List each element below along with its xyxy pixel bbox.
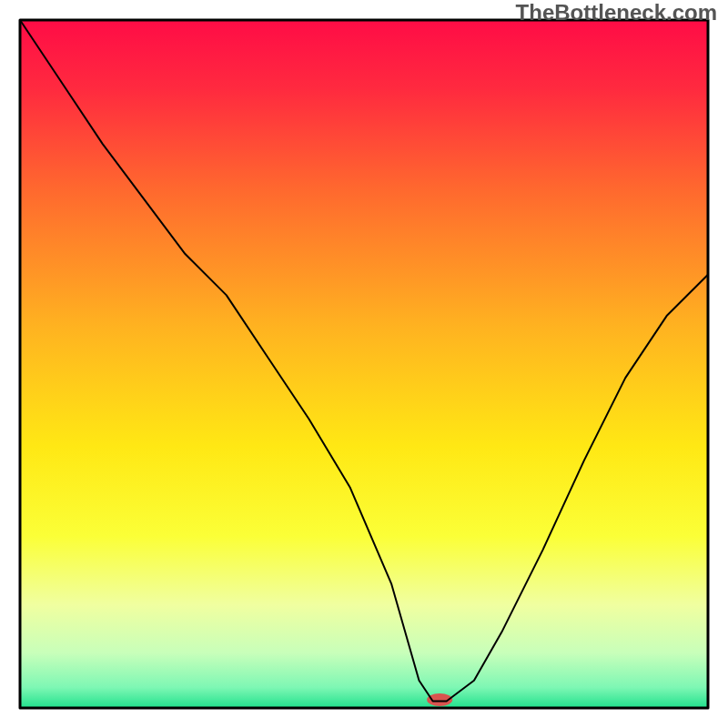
chart-canvas — [0, 0, 728, 728]
bottleneck-chart: TheBottleneck.com — [0, 0, 728, 728]
attribution-watermark: TheBottleneck.com — [516, 0, 717, 25]
